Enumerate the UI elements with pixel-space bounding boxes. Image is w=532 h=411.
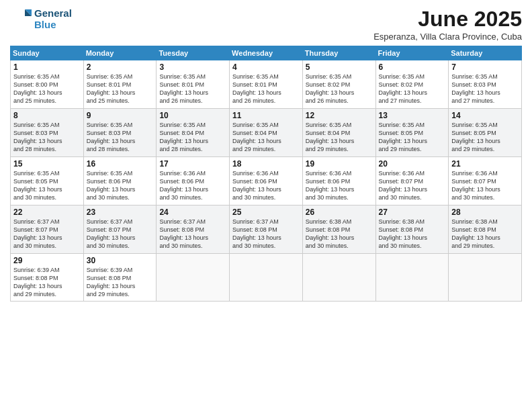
table-row: 3Sunrise: 6:35 AMSunset: 8:01 PMDaylight…: [157, 60, 230, 109]
day-info: Sunrise: 6:35 AMSunset: 8:01 PMDaylight:…: [87, 73, 154, 105]
table-row: 5Sunrise: 6:35 AMSunset: 8:02 PMDaylight…: [302, 60, 375, 109]
table-row: [302, 254, 375, 302]
table-row: 13Sunrise: 6:35 AMSunset: 8:05 PMDayligh…: [375, 109, 449, 157]
table-row: 15Sunrise: 6:35 AMSunset: 8:05 PMDayligh…: [11, 157, 84, 205]
table-row: [157, 254, 230, 302]
day-info: Sunrise: 6:35 AMSunset: 8:01 PMDaylight:…: [232, 73, 300, 105]
logo-text-line2: Blue: [34, 19, 72, 30]
table-row: 11Sunrise: 6:35 AMSunset: 8:04 PMDayligh…: [230, 109, 303, 157]
day-info: Sunrise: 6:36 AMSunset: 8:06 PMDaylight:…: [306, 169, 373, 202]
day-info: Sunrise: 6:37 AMSunset: 8:08 PMDaylight:…: [232, 218, 300, 250]
table-row: 8Sunrise: 6:35 AMSunset: 8:03 PMDaylight…: [11, 109, 84, 157]
day-number: 30: [87, 256, 154, 265]
day-info: Sunrise: 6:35 AMSunset: 8:03 PMDaylight:…: [87, 121, 154, 154]
day-number: 15: [13, 159, 81, 169]
logo: General Blue: [10, 7, 72, 31]
table-row: 26Sunrise: 6:38 AMSunset: 8:08 PMDayligh…: [302, 205, 375, 254]
table-row: 7Sunrise: 6:35 AMSunset: 8:03 PMDaylight…: [449, 60, 522, 109]
day-info: Sunrise: 6:35 AMSunset: 8:04 PMDaylight:…: [232, 121, 300, 154]
calendar-header-row: Sunday Monday Tuesday Wednesday Thursday…: [11, 46, 522, 60]
day-info: Sunrise: 6:35 AMSunset: 8:04 PMDaylight:…: [306, 121, 373, 154]
col-monday: Monday: [83, 46, 157, 60]
col-friday: Friday: [375, 46, 449, 60]
table-row: 10Sunrise: 6:35 AMSunset: 8:04 PMDayligh…: [157, 109, 230, 157]
day-number: 8: [13, 111, 81, 120]
day-info: Sunrise: 6:36 AMSunset: 8:07 PMDaylight:…: [379, 169, 446, 202]
day-number: 26: [306, 208, 373, 217]
day-info: Sunrise: 6:35 AMSunset: 8:03 PMDaylight:…: [13, 121, 81, 154]
day-number: 16: [87, 159, 154, 169]
table-row: 19Sunrise: 6:36 AMSunset: 8:06 PMDayligh…: [302, 157, 375, 205]
day-number: 24: [159, 208, 226, 217]
day-info: Sunrise: 6:37 AMSunset: 8:08 PMDaylight:…: [159, 218, 226, 250]
day-info: Sunrise: 6:37 AMSunset: 8:07 PMDaylight:…: [13, 218, 81, 250]
day-number: 6: [379, 62, 446, 72]
logo-icon: [10, 7, 32, 28]
day-info: Sunrise: 6:36 AMSunset: 8:06 PMDaylight:…: [232, 169, 300, 202]
day-number: 11: [232, 111, 300, 120]
day-number: 12: [306, 111, 373, 120]
col-saturday: Saturday: [449, 46, 522, 60]
day-info: Sunrise: 6:35 AMSunset: 8:04 PMDaylight:…: [159, 121, 226, 154]
day-number: 19: [306, 159, 373, 169]
day-number: 3: [159, 62, 226, 72]
table-row: 29Sunrise: 6:39 AMSunset: 8:08 PMDayligh…: [11, 254, 84, 302]
day-info: Sunrise: 6:35 AMSunset: 8:05 PMDaylight:…: [13, 169, 81, 202]
table-row: [449, 254, 522, 302]
table-row: 1Sunrise: 6:35 AMSunset: 8:00 PMDaylight…: [11, 60, 84, 109]
day-info: Sunrise: 6:35 AMSunset: 8:05 PMDaylight:…: [451, 121, 519, 154]
day-number: 18: [232, 159, 300, 169]
day-number: 22: [13, 208, 81, 217]
header: General Blue June 2025 Esperanza, Villa …: [10, 7, 522, 42]
month-title: June 2025: [373, 7, 522, 32]
day-number: 13: [379, 111, 446, 120]
day-info: Sunrise: 6:35 AMSunset: 8:01 PMDaylight:…: [159, 73, 226, 105]
title-block: June 2025 Esperanza, Villa Clara Provinc…: [373, 7, 522, 42]
col-thursday: Thursday: [302, 46, 375, 60]
day-number: 20: [379, 159, 446, 169]
day-info: Sunrise: 6:37 AMSunset: 8:07 PMDaylight:…: [87, 218, 154, 250]
day-number: 9: [87, 111, 154, 120]
calendar-table: Sunday Monday Tuesday Wednesday Thursday…: [10, 46, 522, 302]
day-number: 1: [13, 62, 81, 72]
table-row: 17Sunrise: 6:36 AMSunset: 8:06 PMDayligh…: [157, 157, 230, 205]
table-row: [230, 254, 303, 302]
table-row: 16Sunrise: 6:35 AMSunset: 8:06 PMDayligh…: [83, 157, 157, 205]
table-row: [375, 254, 449, 302]
day-number: 17: [159, 159, 226, 169]
day-number: 10: [159, 111, 226, 120]
table-row: 9Sunrise: 6:35 AMSunset: 8:03 PMDaylight…: [83, 109, 157, 157]
day-info: Sunrise: 6:35 AMSunset: 8:05 PMDaylight:…: [379, 121, 446, 154]
day-info: Sunrise: 6:36 AMSunset: 8:07 PMDaylight:…: [451, 169, 519, 202]
day-number: 2: [87, 62, 154, 72]
day-info: Sunrise: 6:39 AMSunset: 8:08 PMDaylight:…: [87, 266, 154, 299]
table-row: 24Sunrise: 6:37 AMSunset: 8:08 PMDayligh…: [157, 205, 230, 254]
table-row: 12Sunrise: 6:35 AMSunset: 8:04 PMDayligh…: [302, 109, 375, 157]
day-info: Sunrise: 6:35 AMSunset: 8:00 PMDaylight:…: [13, 73, 81, 105]
table-row: 14Sunrise: 6:35 AMSunset: 8:05 PMDayligh…: [449, 109, 522, 157]
calendar-page: General Blue June 2025 Esperanza, Villa …: [0, 0, 532, 411]
table-row: 28Sunrise: 6:38 AMSunset: 8:08 PMDayligh…: [449, 205, 522, 254]
day-info: Sunrise: 6:38 AMSunset: 8:08 PMDaylight:…: [451, 218, 519, 250]
table-row: 21Sunrise: 6:36 AMSunset: 8:07 PMDayligh…: [449, 157, 522, 205]
day-number: 21: [451, 159, 519, 169]
day-number: 14: [451, 111, 519, 120]
table-row: 23Sunrise: 6:37 AMSunset: 8:07 PMDayligh…: [83, 205, 157, 254]
day-info: Sunrise: 6:35 AMSunset: 8:02 PMDaylight:…: [306, 73, 373, 105]
table-row: 18Sunrise: 6:36 AMSunset: 8:06 PMDayligh…: [230, 157, 303, 205]
day-number: 29: [13, 256, 81, 265]
day-number: 23: [87, 208, 154, 217]
col-wednesday: Wednesday: [230, 46, 303, 60]
day-info: Sunrise: 6:38 AMSunset: 8:08 PMDaylight:…: [379, 218, 446, 250]
col-sunday: Sunday: [11, 46, 84, 60]
day-number: 4: [232, 62, 300, 72]
table-row: 4Sunrise: 6:35 AMSunset: 8:01 PMDaylight…: [230, 60, 303, 109]
day-info: Sunrise: 6:36 AMSunset: 8:06 PMDaylight:…: [159, 169, 226, 202]
day-number: 28: [451, 208, 519, 217]
col-tuesday: Tuesday: [157, 46, 230, 60]
table-row: 27Sunrise: 6:38 AMSunset: 8:08 PMDayligh…: [375, 205, 449, 254]
day-number: 27: [379, 208, 446, 217]
day-number: 5: [306, 62, 373, 72]
day-number: 7: [451, 62, 519, 72]
day-info: Sunrise: 6:39 AMSunset: 8:08 PMDaylight:…: [13, 266, 81, 299]
